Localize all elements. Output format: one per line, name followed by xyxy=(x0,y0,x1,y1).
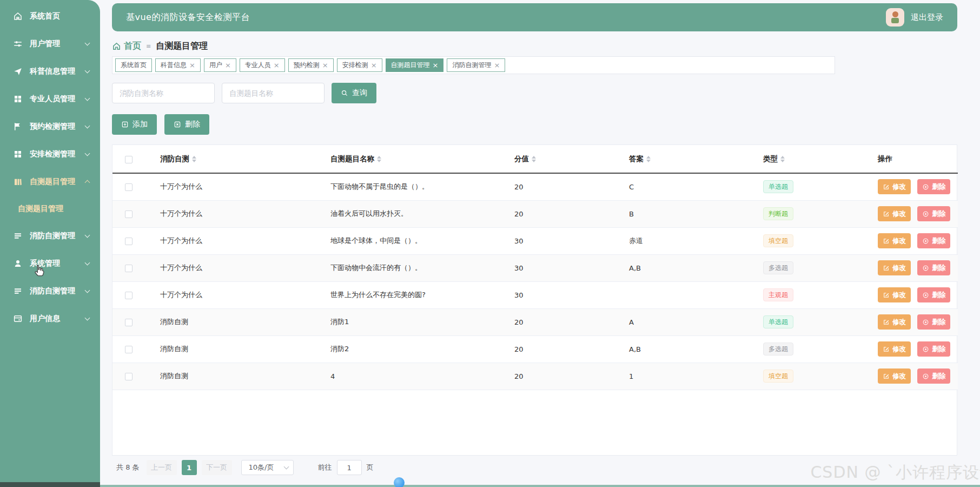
edit-button[interactable]: 修改 xyxy=(878,179,911,194)
chevron-down-icon xyxy=(85,95,90,101)
select-all-checkbox[interactable] xyxy=(125,156,133,163)
sidebar-item-10[interactable]: 消防自测管理 xyxy=(0,277,100,305)
tab-chip-7[interactable]: 自测题目管理 × xyxy=(386,58,444,72)
type-badge: 多选题 xyxy=(763,261,793,274)
row-delete-button[interactable]: 删除 xyxy=(917,233,950,248)
tab-chip-2[interactable]: 科普信息 × xyxy=(155,58,201,72)
sidebar-subitem[interactable]: 自测题目管理 xyxy=(0,195,100,222)
sidebar-item-1[interactable]: 系统首页 xyxy=(0,2,100,30)
cell-question: 消防2 xyxy=(315,335,499,363)
chevron-down-icon xyxy=(85,150,90,156)
sidebar-item-9[interactable]: 系统管理 xyxy=(0,249,100,277)
data-table-card: 消防自测 自测题目名称 分值 答案 类型 操作 xyxy=(112,144,957,456)
page-number-button[interactable]: 1 xyxy=(182,460,197,475)
tab-chip-1[interactable]: 系统首页 xyxy=(115,58,152,72)
column-header[interactable]: 消防自测 xyxy=(145,145,315,173)
tab-chip-3[interactable]: 用户 × xyxy=(204,58,236,72)
row-delete-button[interactable]: 删除 xyxy=(917,179,950,194)
row-checkbox[interactable] xyxy=(125,238,133,245)
sidebar-item-3[interactable]: 科普信息管理 xyxy=(0,57,100,85)
sidebar-item-2[interactable]: 用户管理 xyxy=(0,30,100,57)
edit-button[interactable]: 修改 xyxy=(878,341,911,357)
sidebar-item-5[interactable]: 预约检测管理 xyxy=(0,113,100,140)
sort-caret-icon[interactable] xyxy=(192,156,196,162)
sort-caret-icon[interactable] xyxy=(780,156,785,162)
row-checkbox[interactable] xyxy=(125,319,133,326)
row-delete-button[interactable]: 删除 xyxy=(917,287,950,302)
close-icon[interactable]: × xyxy=(274,62,280,69)
tab-chip-5[interactable]: 预约检测 × xyxy=(288,58,334,72)
row-delete-button[interactable]: 删除 xyxy=(917,341,950,357)
search-bar: 查询 xyxy=(112,83,957,103)
edit-button[interactable]: 修改 xyxy=(878,314,911,330)
close-icon[interactable]: × xyxy=(433,62,439,69)
row-checkbox[interactable] xyxy=(125,346,133,353)
sidebar-item-4[interactable]: 专业人员管理 xyxy=(0,85,100,113)
row-checkbox[interactable] xyxy=(125,265,133,272)
prev-page-button[interactable]: 上一页 xyxy=(147,460,177,475)
breadcrumb-current: 自测题目管理 xyxy=(156,41,208,52)
close-icon[interactable]: × xyxy=(322,62,328,69)
column-header[interactable]: 操作 xyxy=(863,145,958,173)
tabs-bar: 系统首页 科普信息 × 用户 × 专业人员 × 预约检测 × 安排检测 × 自测… xyxy=(112,56,835,74)
sidebar-item-8[interactable]: 消防自测管理 xyxy=(0,222,100,249)
edit-button[interactable]: 修改 xyxy=(878,206,911,221)
list-icon xyxy=(13,286,23,296)
close-icon[interactable]: × xyxy=(371,62,377,69)
sidebar-item-11[interactable]: 用户信息 xyxy=(0,305,100,332)
column-header[interactable]: 类型 xyxy=(748,145,863,173)
sort-caret-icon[interactable] xyxy=(377,156,381,162)
float-button[interactable] xyxy=(394,477,405,487)
column-header[interactable]: 答案 xyxy=(614,145,748,173)
goto-page-input[interactable] xyxy=(337,460,362,475)
row-delete-button[interactable]: 删除 xyxy=(917,314,950,330)
row-checkbox[interactable] xyxy=(125,373,133,380)
tab-chip-6[interactable]: 安排检测 × xyxy=(337,58,382,72)
sidebar-item-6[interactable]: 安排检测管理 xyxy=(0,140,100,168)
edit-button[interactable]: 修改 xyxy=(878,368,911,384)
breadcrumb-home[interactable]: 首页 xyxy=(112,41,141,52)
avatar[interactable] xyxy=(886,8,904,27)
row-delete-button[interactable]: 删除 xyxy=(917,368,950,384)
close-icon[interactable]: × xyxy=(225,62,231,69)
window-bottom-strip xyxy=(0,485,980,487)
column-header[interactable]: 自测题目名称 xyxy=(315,145,499,173)
close-icon[interactable]: × xyxy=(189,62,195,69)
next-page-button[interactable]: 下一页 xyxy=(202,460,232,475)
cell-question: 地球是个球体，中间是（）。 xyxy=(315,227,499,254)
column-header[interactable]: 分值 xyxy=(499,145,614,173)
edit-button[interactable]: 修改 xyxy=(878,287,911,302)
row-checkbox[interactable] xyxy=(125,210,133,218)
sidebar-item-7[interactable]: 自测题目管理 xyxy=(0,168,100,195)
row-checkbox[interactable] xyxy=(125,292,133,299)
question-name-input[interactable] xyxy=(222,83,325,103)
chevron-down-icon xyxy=(85,68,90,73)
circle-x-icon xyxy=(922,265,929,272)
edit-icon xyxy=(883,373,890,380)
type-badge: 单选题 xyxy=(763,180,793,193)
cell-score: 30 xyxy=(499,254,614,281)
page-title: 基vue的消防设备安全检测平台 xyxy=(126,12,250,23)
page-size-select[interactable]: 10条/页 xyxy=(241,460,294,475)
bulk-delete-button[interactable]: 删除 xyxy=(164,114,209,135)
tab-chip-4[interactable]: 专业人员 × xyxy=(240,58,285,72)
logout-button[interactable]: 退出登录 xyxy=(911,12,943,23)
add-button[interactable]: 添加 xyxy=(112,114,157,135)
grid-icon xyxy=(13,94,23,104)
home-icon xyxy=(13,11,23,21)
row-delete-button[interactable]: 删除 xyxy=(917,260,950,275)
send-icon xyxy=(13,67,23,76)
quiz-name-input[interactable] xyxy=(112,83,215,103)
sort-caret-icon[interactable] xyxy=(532,156,536,162)
circle-x-icon xyxy=(922,183,929,190)
query-button[interactable]: 查询 xyxy=(332,83,376,103)
row-checkbox[interactable] xyxy=(125,183,133,191)
cell-score: 30 xyxy=(499,227,614,254)
edit-button[interactable]: 修改 xyxy=(878,260,911,275)
chevron-down-icon xyxy=(85,260,90,265)
edit-button[interactable]: 修改 xyxy=(878,233,911,248)
row-delete-button[interactable]: 删除 xyxy=(917,206,950,221)
close-icon[interactable]: × xyxy=(494,62,500,69)
tab-chip-8[interactable]: 消防自测管理 × xyxy=(447,58,505,72)
sort-caret-icon[interactable] xyxy=(646,156,651,162)
